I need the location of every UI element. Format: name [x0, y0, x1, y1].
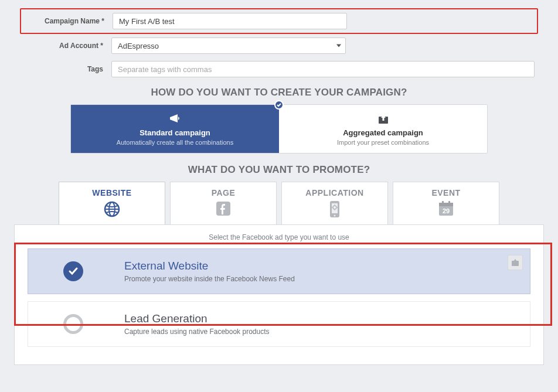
- svg-rect-15: [512, 261, 519, 266]
- upload-box-icon: [377, 113, 390, 125]
- tags-input[interactable]: [111, 61, 535, 77]
- ad-account-select[interactable]: [111, 38, 346, 54]
- ad-option-external-website[interactable]: External Website Promote your website in…: [28, 248, 530, 294]
- aggregated-campaign-title: Aggregated campaign: [285, 128, 481, 137]
- tab-application-label: APPLICATION: [282, 188, 387, 197]
- calendar-icon: 29: [437, 200, 455, 217]
- tab-event[interactable]: EVENT 29: [393, 182, 499, 224]
- ad-option-lead-generation[interactable]: Lead Generation Capture leads using nati…: [28, 301, 530, 347]
- upload-small-icon[interactable]: [508, 255, 523, 270]
- campaign-name-label: Campaign Name *: [25, 17, 113, 25]
- globe-icon: [103, 200, 121, 219]
- tab-event-label: EVENT: [393, 188, 499, 197]
- campaign-name-input[interactable]: [113, 13, 347, 29]
- ad-type-hint: Select the Facebook ad type you want to …: [15, 233, 543, 241]
- radio-selected-icon: [63, 261, 83, 281]
- standard-campaign-sub: Automatically create all the combination…: [77, 139, 273, 146]
- ad-option-desc: Promote your website inside the Facebook…: [124, 275, 518, 283]
- radio-unselected-icon: [63, 314, 83, 334]
- phone-app-icon: [327, 200, 342, 219]
- standard-campaign-card[interactable]: Standard campaign Automatically create a…: [71, 105, 279, 153]
- svg-rect-1: [382, 117, 384, 121]
- svg-point-8: [334, 215, 336, 217]
- promote-heading: WHAT DO YOU WANT TO PROMOTE?: [23, 164, 535, 176]
- facebook-icon: [215, 200, 232, 217]
- aggregated-campaign-card[interactable]: Aggregated campaign Import your preset c…: [279, 105, 487, 153]
- promote-tabs: WEBSITE PAGE APPLICATION: [59, 182, 499, 224]
- tab-website[interactable]: WEBSITE: [59, 182, 165, 224]
- ad-type-panel: Select the Facebook ad type you want to …: [14, 224, 544, 365]
- svg-rect-12: [442, 201, 444, 204]
- tab-page-label: PAGE: [171, 188, 276, 197]
- tab-page[interactable]: PAGE: [170, 182, 277, 224]
- svg-text:29: 29: [443, 207, 450, 214]
- campaign-type-selector: Standard campaign Automatically create a…: [70, 104, 488, 154]
- tab-website-label: WEBSITE: [59, 188, 165, 197]
- ad-option-title: Lead Generation: [124, 312, 518, 325]
- tags-label: Tags: [23, 65, 111, 73]
- svg-rect-13: [448, 201, 450, 204]
- ad-option-title: External Website: [124, 260, 518, 272]
- aggregated-campaign-sub: Import your preset combinations: [285, 139, 481, 146]
- svg-rect-11: [439, 203, 453, 206]
- standard-campaign-title: Standard campaign: [77, 128, 273, 137]
- megaphone-icon: [168, 113, 182, 125]
- create-campaign-heading: HOW DO YOU WANT TO CREATE YOUR CAMPAIGN?: [23, 87, 535, 98]
- tab-application[interactable]: APPLICATION: [281, 182, 388, 224]
- ad-option-desc: Capture leads using native Facebook prod…: [124, 328, 518, 336]
- ad-account-label: Ad Account *: [23, 42, 111, 50]
